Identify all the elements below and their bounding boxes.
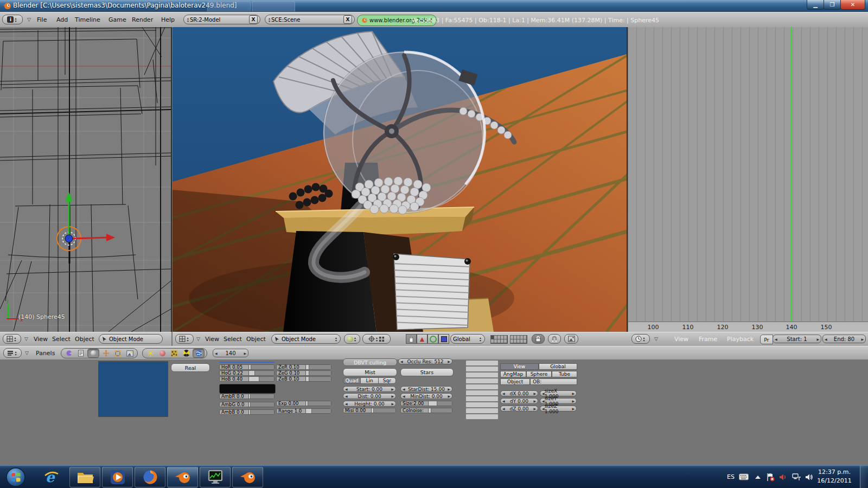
layer-grid-1[interactable] bbox=[490, 335, 508, 344]
mist-dist-field[interactable]: ◀ Dist: 0.00 ▶ bbox=[343, 393, 396, 399]
orientation-dropdown[interactable]: Global ▴▾ bbox=[450, 334, 485, 344]
slider-hob[interactable]: HoB 0.40 bbox=[219, 376, 275, 382]
taskbar-blender-active[interactable] bbox=[167, 467, 198, 487]
decrement-icon[interactable]: ◀ bbox=[345, 394, 348, 398]
muted-speaker-icon[interactable] bbox=[779, 473, 788, 481]
screen-selector[interactable]: ▴▾ SR:2-Model X bbox=[183, 15, 260, 24]
preview-range-button[interactable]: Pr bbox=[760, 335, 773, 344]
tube-button[interactable]: Tube bbox=[552, 371, 577, 377]
close-icon[interactable]: X bbox=[343, 15, 352, 24]
language-indicator[interactable]: ES bbox=[727, 473, 735, 480]
menu-add[interactable]: Add bbox=[56, 16, 68, 23]
increment-icon[interactable]: ▶ bbox=[861, 337, 864, 341]
mode-dropdown[interactable]: Object Mode ▴▾ bbox=[271, 334, 341, 344]
manipulator-hand-toggle[interactable] bbox=[406, 334, 417, 344]
sphere-button[interactable]: Sphere bbox=[526, 371, 552, 377]
network-icon[interactable] bbox=[792, 473, 801, 481]
current-frame-field[interactable]: ◀ 140 ▶ bbox=[213, 349, 248, 357]
increment-icon[interactable]: ▶ bbox=[533, 391, 536, 395]
snap-button[interactable] bbox=[548, 334, 561, 344]
texture-channel-row[interactable] bbox=[465, 414, 499, 420]
radiosity-buttons-button[interactable] bbox=[181, 349, 192, 357]
dy-field[interactable]: ◀ dY 0.00 ▶ bbox=[500, 398, 538, 404]
render-preview-button[interactable] bbox=[564, 334, 578, 344]
material-buttons-button[interactable] bbox=[157, 349, 168, 357]
world-buttons-button[interactable] bbox=[193, 349, 205, 358]
texture-channel-row[interactable] bbox=[465, 408, 499, 414]
wireframe-viewport[interactable]: y x (140) Sphere45 bbox=[0, 27, 172, 332]
end-frame-field[interactable]: ◀ End: 80 ▶ bbox=[822, 335, 866, 343]
increment-icon[interactable]: ▶ bbox=[572, 407, 575, 410]
scene-context-button[interactable] bbox=[124, 349, 135, 357]
editor-type-button[interactable]: ▴▾ bbox=[631, 334, 650, 344]
falloff-quad[interactable]: Quad bbox=[343, 377, 361, 384]
editing-context-button[interactable] bbox=[112, 349, 123, 357]
mode-dropdown[interactable]: Object Mode bbox=[99, 334, 163, 344]
close-button[interactable]: ✕ bbox=[840, 0, 865, 10]
dbvt-culling-toggle[interactable]: DBVT culling bbox=[343, 358, 397, 366]
buttons-window[interactable]: Real HoR 0.05 HoG 0.22 HoB 0.40 AmbR 0.0… bbox=[0, 359, 868, 465]
slider-ambg[interactable]: AmbG 0.0 bbox=[219, 402, 275, 407]
occlu-res-field[interactable]: ◀ Occlu Res: 512 ▶ bbox=[398, 358, 452, 364]
increment-icon[interactable]: ▶ bbox=[448, 359, 450, 363]
menu-view[interactable]: View bbox=[205, 336, 219, 343]
texture-channel-row[interactable] bbox=[465, 360, 499, 366]
lock-toggle[interactable] bbox=[532, 334, 545, 344]
collapse-menu-icon[interactable]: ▽ bbox=[27, 17, 31, 22]
scale-toggle[interactable] bbox=[438, 334, 449, 344]
texture-channel-row[interactable] bbox=[465, 384, 499, 390]
decrement-icon[interactable]: ◀ bbox=[502, 407, 505, 410]
menu-help[interactable]: Help bbox=[161, 16, 175, 23]
increment-icon[interactable]: ▶ bbox=[391, 402, 394, 406]
taskbar-blender-2[interactable] bbox=[232, 467, 263, 487]
coords-global-tab[interactable]: Global bbox=[539, 363, 577, 370]
taskbar-media-player[interactable] bbox=[102, 467, 133, 487]
stars-toggle[interactable]: Stars bbox=[400, 368, 454, 376]
decrement-icon[interactable]: ◀ bbox=[502, 391, 505, 395]
render-viewport[interactable] bbox=[173, 27, 628, 332]
taskbar-firefox[interactable] bbox=[135, 467, 165, 487]
transform-manipulator[interactable] bbox=[57, 192, 115, 251]
restore-button[interactable]: ❐ bbox=[824, 0, 841, 10]
close-icon[interactable]: X bbox=[249, 15, 258, 24]
increment-icon[interactable]: ▶ bbox=[244, 351, 246, 355]
collapse-menu-icon[interactable]: ▽ bbox=[25, 350, 29, 356]
pivot-dropdown[interactable]: ▴▾ bbox=[362, 334, 391, 344]
menu-select[interactable]: Select bbox=[224, 336, 242, 343]
slider-zeb[interactable]: ZeB 0.10 bbox=[276, 376, 331, 382]
draw-type-dropdown[interactable]: ▴▾ bbox=[344, 334, 360, 344]
texture-buttons-button[interactable] bbox=[169, 349, 180, 357]
keyboard-icon[interactable] bbox=[739, 473, 749, 481]
tray-expand-icon[interactable] bbox=[755, 476, 761, 479]
slider-zer[interactable]: ZeR 0.10 bbox=[276, 364, 331, 370]
texture-channel-row[interactable] bbox=[465, 378, 499, 384]
rotate-toggle[interactable] bbox=[427, 334, 438, 344]
window-titlebar[interactable]: Blender [C:\Users\sistemas3\Documents\Pa… bbox=[0, 0, 868, 12]
coords-view-tab[interactable]: View bbox=[500, 363, 539, 370]
logic-context-button[interactable] bbox=[63, 349, 74, 357]
collapse-menu-icon[interactable]: ▽ bbox=[654, 336, 658, 342]
menu-playback[interactable]: Playback bbox=[727, 336, 754, 343]
decrement-icon[interactable]: ◀ bbox=[775, 337, 777, 341]
menu-object[interactable]: Object bbox=[75, 336, 94, 343]
texture-channel-row[interactable] bbox=[465, 396, 499, 402]
panels-label[interactable]: Panels bbox=[36, 350, 55, 357]
decrement-icon[interactable]: ◀ bbox=[400, 359, 403, 363]
decrement-icon[interactable]: ◀ bbox=[403, 387, 405, 391]
increment-icon[interactable]: ▶ bbox=[391, 387, 394, 391]
editor-type-button[interactable]: ▴▾ bbox=[3, 348, 22, 358]
menu-frame[interactable]: Frame bbox=[699, 336, 717, 343]
mist-toggle[interactable]: Mist bbox=[343, 368, 397, 376]
action-center-flag-icon[interactable] bbox=[766, 473, 775, 481]
angmap-button[interactable]: AngMap bbox=[500, 371, 526, 377]
minimize-button[interactable]: ▁ bbox=[807, 0, 824, 10]
increment-icon[interactable]: ▶ bbox=[816, 337, 819, 341]
dz-field[interactable]: ◀ dZ 0.00 ▶ bbox=[500, 406, 538, 412]
increment-icon[interactable]: ▶ bbox=[391, 394, 394, 398]
sizez-field[interactable]: ◀ sizeZ 1.000 ▶ bbox=[540, 406, 577, 412]
lamp-buttons-button[interactable] bbox=[145, 349, 156, 357]
shading-context-button[interactable] bbox=[87, 349, 99, 358]
menu-game[interactable]: Game bbox=[108, 16, 126, 23]
star-size-slider[interactable]: Size:2.00 bbox=[400, 401, 452, 406]
texture-channel-row[interactable] bbox=[465, 402, 499, 408]
